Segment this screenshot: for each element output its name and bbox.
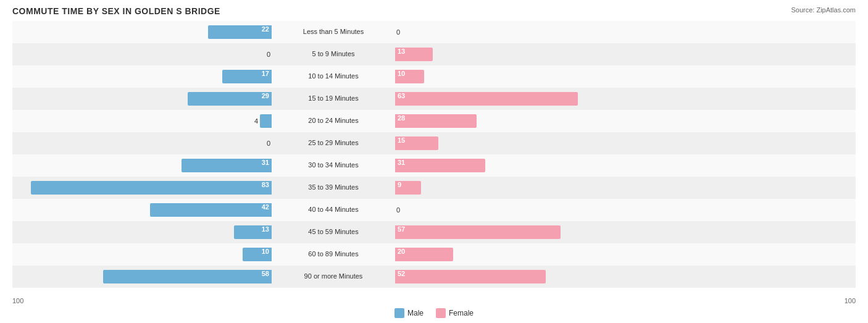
female-zero: 0 [396,206,400,214]
row-label: 40 to 44 Minutes [272,206,395,214]
table-row: 42 40 to 44 Minutes 0 [12,199,856,221]
left-section: 4 [12,110,272,132]
row-label: 30 to 34 Minutes [272,161,395,169]
bar-male: 42 [150,203,272,217]
table-row: 0 25 to 29 Minutes 15 [12,132,856,154]
right-section: 15 [395,132,654,154]
left-section: 10 [12,243,272,266]
left-section: 22 [12,21,272,43]
row-label: 15 to 19 Minutes [272,94,395,103]
legend-male-box [394,308,404,318]
bar-female: 20 [395,248,453,261]
bar-male: 29 [188,92,272,106]
bar-female: 57 [395,225,561,239]
table-row: 10 60 to 89 Minutes 20 [12,243,856,266]
female-zero: 0 [396,28,400,36]
female-value: 13 [398,48,405,55]
table-row: 29 15 to 19 Minutes 63 [12,88,856,110]
right-section: 20 [395,243,654,266]
left-section: 42 [12,199,272,221]
bar-male: 58 [103,270,272,283]
left-section: 58 [12,266,272,288]
male-value: 42 [262,203,269,211]
female-value: 20 [398,248,405,255]
row-label: 20 to 24 Minutes [272,117,395,125]
bar-male: 17 [222,70,272,83]
female-value: 10 [398,70,405,77]
table-row: 58 90 or more Minutes 52 [12,266,856,288]
bar-female: 9 [395,181,421,195]
axis-left: 100 [12,297,23,304]
male-value: 22 [262,25,269,33]
male-value: 17 [262,70,269,77]
left-section: 0 [12,43,272,65]
right-section: 28 [395,110,654,132]
right-section: 57 [395,221,654,243]
chart-container: COMMUTE TIME BY SEX IN GOLDEN S BRIDGE S… [0,0,868,323]
row-label: Less than 5 Minutes [272,28,395,36]
table-row: 4 20 to 24 Minutes 28 [12,110,856,132]
bar-female: 63 [395,92,578,106]
table-row: 31 30 to 34 Minutes 31 [12,154,856,177]
bar-male [260,114,272,128]
bar-female: 15 [395,136,438,150]
bar-male: 10 [243,248,272,261]
bar-male: 22 [208,25,272,39]
right-section: 13 [395,43,654,65]
female-value: 31 [398,159,405,166]
male-value: 29 [262,92,269,99]
chart-title: COMMUTE TIME BY SEX IN GOLDEN S BRIDGE [12,6,856,16]
female-value: 28 [398,114,405,122]
left-section: 13 [12,221,272,243]
left-section: 0 [12,132,272,154]
male-zero: 0 [267,51,270,58]
bottom-area: 100 100 Male Female [0,297,868,318]
row-label: 60 to 89 Minutes [272,250,395,258]
legend-male-label: Male [407,309,424,317]
legend-male: Male [394,308,424,318]
row-label: 5 to 9 Minutes [272,50,395,58]
bar-female: 52 [395,270,546,283]
table-row: 22 Less than 5 Minutes 0 [12,21,856,43]
table-row: 13 45 to 59 Minutes 57 [12,221,856,243]
legend-female-label: Female [449,309,474,317]
male-zero: 0 [267,140,270,147]
bar-female: 28 [395,114,477,128]
right-section: 31 [395,154,654,177]
female-value: 52 [398,270,405,277]
right-section: 52 [395,266,654,288]
table-row: 17 10 to 14 Minutes 10 [12,65,856,88]
left-section: 29 [12,88,272,110]
male-value: 83 [262,181,269,188]
bar-male: 83 [31,181,272,195]
row-label: 25 to 29 Minutes [272,139,395,147]
axis-right: 100 [845,297,856,304]
female-value: 57 [398,225,405,233]
table-row: 83 35 to 39 Minutes 9 [12,177,856,199]
right-section: 9 [395,177,654,199]
axis-row: 100 100 [12,297,856,304]
legend-female-box [436,308,446,318]
male-value: 13 [262,225,269,233]
left-section: 31 [12,154,272,177]
source-label: Source: ZipAtlas.com [791,6,856,14]
male-value: 4 [254,117,258,125]
row-label: 10 to 14 Minutes [272,72,395,80]
left-section: 83 [12,177,272,199]
male-value: 31 [262,159,269,166]
right-section: 0 [395,199,654,221]
male-value: 10 [262,248,269,255]
bar-female: 31 [395,159,485,172]
row-label: 45 to 59 Minutes [272,228,395,236]
female-value: 9 [398,181,401,188]
bar-female: 13 [395,48,433,61]
table-row: 0 5 to 9 Minutes 13 [12,43,856,65]
row-label: 90 or more Minutes [272,272,395,280]
legend-female: Female [436,308,474,318]
female-value: 63 [398,92,405,99]
female-value: 15 [398,136,405,144]
bar-male: 31 [182,159,272,172]
legend: Male Female [12,308,856,318]
male-value: 58 [262,270,269,277]
right-section: 10 [395,65,654,88]
